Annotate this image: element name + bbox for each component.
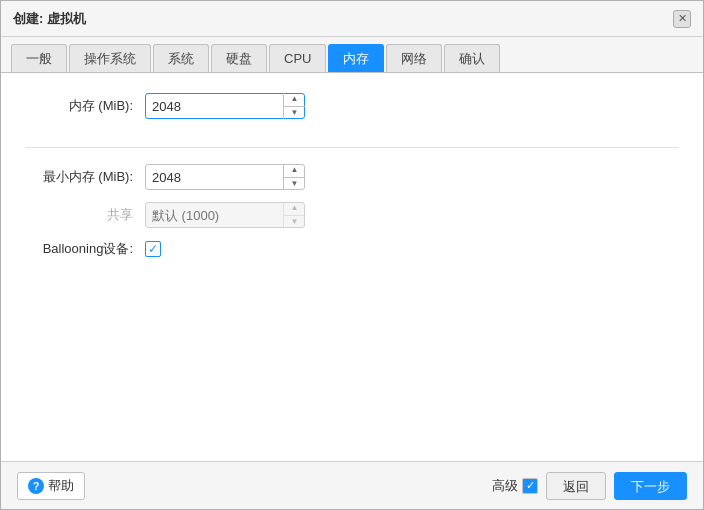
min-memory-decrement[interactable]: ▼ [284,178,305,191]
min-memory-input-wrapper: ▲ ▼ [145,164,305,190]
memory-decrement[interactable]: ▼ [284,107,305,120]
tab-system[interactable]: 系统 [153,44,209,72]
share-increment: ▲ [284,202,305,216]
advanced-checkbox[interactable]: ✓ [522,478,538,494]
tab-os[interactable]: 操作系统 [69,44,151,72]
memory-spinners[interactable]: ▲ ▼ [283,93,305,119]
tab-memory[interactable]: 内存 [328,44,384,72]
tab-disk[interactable]: 硬盘 [211,44,267,72]
ballooning-label: Ballooning设备: [25,240,145,258]
arrow-down-icon3: ▼ [291,218,299,226]
footer: 帮助? 帮助 高级 ✓ 返回 下一步 [1,461,703,509]
tab-confirm[interactable]: 确认 [444,44,500,72]
dialog-title: 创建: 虚拟机 [13,10,86,28]
share-input-wrapper: ▲ ▼ [145,202,305,228]
min-memory-row: 最小内存 (MiB): ▲ ▼ [25,164,679,190]
ballooning-checkbox[interactable]: ✓ [145,241,161,257]
ballooning-checkbox-wrapper: ✓ [145,241,161,257]
ballooning-row: Ballooning设备: ✓ [25,240,679,258]
help-icon: 帮助? [28,478,44,494]
back-button[interactable]: 返回 [546,472,606,500]
memory-section: 内存 (MiB): ▲ ▼ [25,93,679,148]
share-label: 共享 [25,206,145,224]
tab-bar: 一般操作系统系统硬盘CPU内存网络确认 [1,37,703,73]
min-memory-input[interactable] [145,164,305,190]
memory-input[interactable] [145,93,305,119]
arrow-up-icon2: ▲ [291,166,299,174]
min-memory-spinners[interactable]: ▲ ▼ [283,164,305,190]
tab-general[interactable]: 一般 [11,44,67,72]
share-spinners: ▲ ▼ [283,202,305,228]
arrow-up-icon: ▲ [291,95,299,103]
arrow-up-icon3: ▲ [291,204,299,212]
help-button[interactable]: 帮助? 帮助 [17,472,85,500]
close-icon: ✕ [678,12,687,25]
share-row: 共享 ▲ ▼ [25,202,679,228]
memory-label: 内存 (MiB): [25,97,145,115]
min-memory-increment[interactable]: ▲ [284,164,305,178]
arrow-down-icon: ▼ [291,109,299,117]
footer-right: 高级 ✓ 返回 下一步 [492,472,687,500]
share-input [145,202,305,228]
arrow-down-icon2: ▼ [291,180,299,188]
help-label: 帮助 [48,477,74,495]
tab-cpu[interactable]: CPU [269,44,326,72]
content-area: 内存 (MiB): ▲ ▼ 最小内存 (MiB): [1,73,703,461]
check-icon: ✓ [148,242,158,256]
title-bar: 创建: 虚拟机 ✕ [1,1,703,37]
tab-network[interactable]: 网络 [386,44,442,72]
advanced-wrapper: 高级 ✓ [492,477,538,495]
share-decrement: ▼ [284,216,305,229]
adv-check-icon: ✓ [526,479,535,492]
next-button[interactable]: 下一步 [614,472,687,500]
memory-row: 内存 (MiB): ▲ ▼ [25,93,679,119]
dialog-window: 创建: 虚拟机 ✕ 一般操作系统系统硬盘CPU内存网络确认 内存 (MiB): … [0,0,704,510]
close-button[interactable]: ✕ [673,10,691,28]
advanced-label: 高级 [492,477,518,495]
min-memory-label: 最小内存 (MiB): [25,168,145,186]
footer-left: 帮助? 帮助 [17,472,85,500]
memory-input-wrapper: ▲ ▼ [145,93,305,119]
memory-increment[interactable]: ▲ [284,93,305,107]
